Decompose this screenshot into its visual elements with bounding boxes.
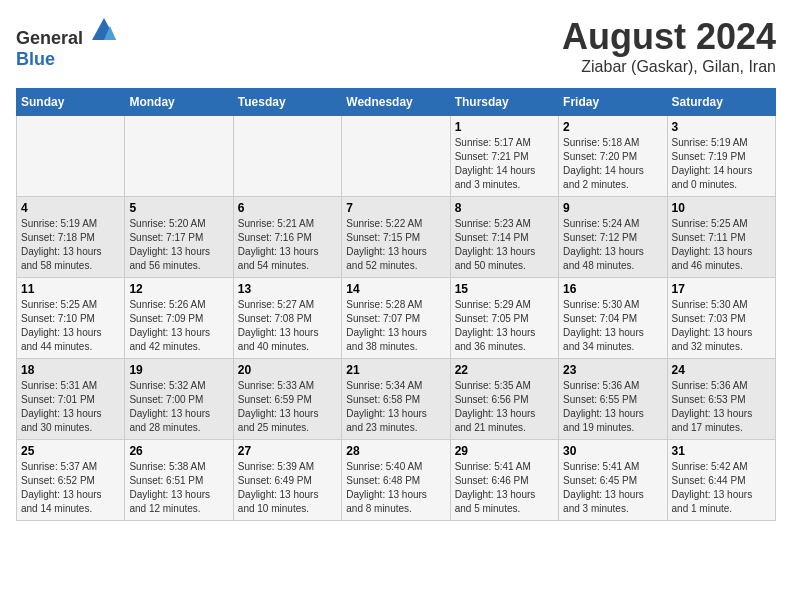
day-info: Sunrise: 5:35 AM Sunset: 6:56 PM Dayligh… <box>455 379 554 435</box>
calendar-day-cell: 11Sunrise: 5:25 AM Sunset: 7:10 PM Dayli… <box>17 278 125 359</box>
day-info: Sunrise: 5:26 AM Sunset: 7:09 PM Dayligh… <box>129 298 228 354</box>
day-number: 8 <box>455 201 554 215</box>
day-number: 16 <box>563 282 662 296</box>
day-info: Sunrise: 5:39 AM Sunset: 6:49 PM Dayligh… <box>238 460 337 516</box>
day-info: Sunrise: 5:24 AM Sunset: 7:12 PM Dayligh… <box>563 217 662 273</box>
day-number: 10 <box>672 201 771 215</box>
day-info: Sunrise: 5:25 AM Sunset: 7:10 PM Dayligh… <box>21 298 120 354</box>
calendar-day-cell: 26Sunrise: 5:38 AM Sunset: 6:51 PM Dayli… <box>125 440 233 521</box>
day-number: 13 <box>238 282 337 296</box>
logo: General Blue <box>16 16 118 70</box>
header-day: Sunday <box>17 89 125 116</box>
calendar-body: 1Sunrise: 5:17 AM Sunset: 7:21 PM Daylig… <box>17 116 776 521</box>
day-info: Sunrise: 5:38 AM Sunset: 6:51 PM Dayligh… <box>129 460 228 516</box>
calendar-day-cell: 23Sunrise: 5:36 AM Sunset: 6:55 PM Dayli… <box>559 359 667 440</box>
day-number: 22 <box>455 363 554 377</box>
header-row: SundayMondayTuesdayWednesdayThursdayFrid… <box>17 89 776 116</box>
day-number: 28 <box>346 444 445 458</box>
day-number: 26 <box>129 444 228 458</box>
day-number: 31 <box>672 444 771 458</box>
day-number: 20 <box>238 363 337 377</box>
day-number: 5 <box>129 201 228 215</box>
page-header: General Blue August 2024 Ziabar (Gaskar)… <box>16 16 776 76</box>
day-info: Sunrise: 5:23 AM Sunset: 7:14 PM Dayligh… <box>455 217 554 273</box>
day-info: Sunrise: 5:20 AM Sunset: 7:17 PM Dayligh… <box>129 217 228 273</box>
calendar-week-row: 25Sunrise: 5:37 AM Sunset: 6:52 PM Dayli… <box>17 440 776 521</box>
calendar-day-cell: 12Sunrise: 5:26 AM Sunset: 7:09 PM Dayli… <box>125 278 233 359</box>
header-day: Tuesday <box>233 89 341 116</box>
calendar-day-cell: 17Sunrise: 5:30 AM Sunset: 7:03 PM Dayli… <box>667 278 775 359</box>
day-number: 24 <box>672 363 771 377</box>
calendar-day-cell: 1Sunrise: 5:17 AM Sunset: 7:21 PM Daylig… <box>450 116 558 197</box>
calendar-day-cell <box>342 116 450 197</box>
day-number: 25 <box>21 444 120 458</box>
calendar-week-row: 1Sunrise: 5:17 AM Sunset: 7:21 PM Daylig… <box>17 116 776 197</box>
day-info: Sunrise: 5:41 AM Sunset: 6:46 PM Dayligh… <box>455 460 554 516</box>
day-info: Sunrise: 5:36 AM Sunset: 6:53 PM Dayligh… <box>672 379 771 435</box>
day-info: Sunrise: 5:21 AM Sunset: 7:16 PM Dayligh… <box>238 217 337 273</box>
day-info: Sunrise: 5:27 AM Sunset: 7:08 PM Dayligh… <box>238 298 337 354</box>
day-number: 4 <box>21 201 120 215</box>
day-number: 19 <box>129 363 228 377</box>
day-number: 6 <box>238 201 337 215</box>
calendar-day-cell: 7Sunrise: 5:22 AM Sunset: 7:15 PM Daylig… <box>342 197 450 278</box>
day-info: Sunrise: 5:28 AM Sunset: 7:07 PM Dayligh… <box>346 298 445 354</box>
day-number: 30 <box>563 444 662 458</box>
calendar-day-cell: 20Sunrise: 5:33 AM Sunset: 6:59 PM Dayli… <box>233 359 341 440</box>
day-info: Sunrise: 5:36 AM Sunset: 6:55 PM Dayligh… <box>563 379 662 435</box>
day-info: Sunrise: 5:29 AM Sunset: 7:05 PM Dayligh… <box>455 298 554 354</box>
day-info: Sunrise: 5:40 AM Sunset: 6:48 PM Dayligh… <box>346 460 445 516</box>
header-day: Wednesday <box>342 89 450 116</box>
title-area: August 2024 Ziabar (Gaskar), Gilan, Iran <box>562 16 776 76</box>
day-number: 14 <box>346 282 445 296</box>
calendar-day-cell: 10Sunrise: 5:25 AM Sunset: 7:11 PM Dayli… <box>667 197 775 278</box>
calendar-week-row: 4Sunrise: 5:19 AM Sunset: 7:18 PM Daylig… <box>17 197 776 278</box>
day-info: Sunrise: 5:31 AM Sunset: 7:01 PM Dayligh… <box>21 379 120 435</box>
calendar-table: SundayMondayTuesdayWednesdayThursdayFrid… <box>16 88 776 521</box>
day-number: 17 <box>672 282 771 296</box>
calendar-week-row: 11Sunrise: 5:25 AM Sunset: 7:10 PM Dayli… <box>17 278 776 359</box>
calendar-day-cell: 13Sunrise: 5:27 AM Sunset: 7:08 PM Dayli… <box>233 278 341 359</box>
day-number: 11 <box>21 282 120 296</box>
day-number: 15 <box>455 282 554 296</box>
header-day: Monday <box>125 89 233 116</box>
calendar-day-cell: 25Sunrise: 5:37 AM Sunset: 6:52 PM Dayli… <box>17 440 125 521</box>
day-info: Sunrise: 5:30 AM Sunset: 7:03 PM Dayligh… <box>672 298 771 354</box>
calendar-day-cell: 22Sunrise: 5:35 AM Sunset: 6:56 PM Dayli… <box>450 359 558 440</box>
day-info: Sunrise: 5:30 AM Sunset: 7:04 PM Dayligh… <box>563 298 662 354</box>
calendar-day-cell: 19Sunrise: 5:32 AM Sunset: 7:00 PM Dayli… <box>125 359 233 440</box>
day-number: 7 <box>346 201 445 215</box>
header-day: Saturday <box>667 89 775 116</box>
logo-text: General Blue <box>16 16 118 70</box>
calendar-day-cell: 3Sunrise: 5:19 AM Sunset: 7:19 PM Daylig… <box>667 116 775 197</box>
logo-general: General <box>16 28 83 48</box>
day-number: 23 <box>563 363 662 377</box>
calendar-day-cell: 8Sunrise: 5:23 AM Sunset: 7:14 PM Daylig… <box>450 197 558 278</box>
calendar-day-cell: 5Sunrise: 5:20 AM Sunset: 7:17 PM Daylig… <box>125 197 233 278</box>
calendar-day-cell: 6Sunrise: 5:21 AM Sunset: 7:16 PM Daylig… <box>233 197 341 278</box>
day-info: Sunrise: 5:34 AM Sunset: 6:58 PM Dayligh… <box>346 379 445 435</box>
day-number: 3 <box>672 120 771 134</box>
header-day: Thursday <box>450 89 558 116</box>
day-info: Sunrise: 5:17 AM Sunset: 7:21 PM Dayligh… <box>455 136 554 192</box>
calendar-day-cell: 2Sunrise: 5:18 AM Sunset: 7:20 PM Daylig… <box>559 116 667 197</box>
day-number: 1 <box>455 120 554 134</box>
main-title: August 2024 <box>562 16 776 58</box>
day-number: 2 <box>563 120 662 134</box>
day-number: 9 <box>563 201 662 215</box>
day-info: Sunrise: 5:25 AM Sunset: 7:11 PM Dayligh… <box>672 217 771 273</box>
calendar-day-cell: 16Sunrise: 5:30 AM Sunset: 7:04 PM Dayli… <box>559 278 667 359</box>
calendar-day-cell: 30Sunrise: 5:41 AM Sunset: 6:45 PM Dayli… <box>559 440 667 521</box>
day-number: 12 <box>129 282 228 296</box>
calendar-day-cell: 31Sunrise: 5:42 AM Sunset: 6:44 PM Dayli… <box>667 440 775 521</box>
day-info: Sunrise: 5:42 AM Sunset: 6:44 PM Dayligh… <box>672 460 771 516</box>
calendar-day-cell: 9Sunrise: 5:24 AM Sunset: 7:12 PM Daylig… <box>559 197 667 278</box>
calendar-day-cell: 24Sunrise: 5:36 AM Sunset: 6:53 PM Dayli… <box>667 359 775 440</box>
calendar-day-cell: 18Sunrise: 5:31 AM Sunset: 7:01 PM Dayli… <box>17 359 125 440</box>
calendar-day-cell: 15Sunrise: 5:29 AM Sunset: 7:05 PM Dayli… <box>450 278 558 359</box>
calendar-day-cell <box>233 116 341 197</box>
calendar-day-cell: 28Sunrise: 5:40 AM Sunset: 6:48 PM Dayli… <box>342 440 450 521</box>
calendar-day-cell: 29Sunrise: 5:41 AM Sunset: 6:46 PM Dayli… <box>450 440 558 521</box>
day-info: Sunrise: 5:37 AM Sunset: 6:52 PM Dayligh… <box>21 460 120 516</box>
day-info: Sunrise: 5:33 AM Sunset: 6:59 PM Dayligh… <box>238 379 337 435</box>
